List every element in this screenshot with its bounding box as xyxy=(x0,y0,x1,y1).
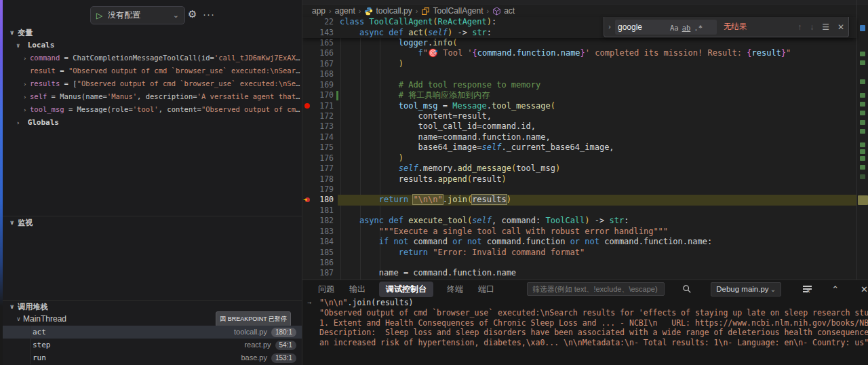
variable-row[interactable]: ›results = ["Observed output of cmd `bro… xyxy=(3,77,302,90)
code-line[interactable]: 169 # Add tool response to memory xyxy=(302,80,856,90)
gutter-glyph[interactable] xyxy=(302,237,312,247)
gutter-glyph[interactable] xyxy=(302,164,312,174)
find-input[interactable] xyxy=(618,22,667,32)
code-line[interactable]: 171 tool_msg = Message.tool_message( xyxy=(302,101,856,111)
maximize-panel-icon[interactable]: ⌃ xyxy=(831,284,839,294)
gutter-glyph[interactable] xyxy=(302,216,312,226)
breadcrumb-item-agent[interactable]: agent xyxy=(335,6,355,16)
gutter-glyph[interactable] xyxy=(302,153,312,164)
breadcrumb-item-act[interactable]: act xyxy=(492,6,515,16)
code-line[interactable]: 183 """Execute a single tool call with r… xyxy=(302,227,856,237)
toggle-replace-icon[interactable]: › xyxy=(604,23,615,31)
breadcrumb-item-app[interactable]: app xyxy=(312,6,326,16)
gutter-glyph[interactable] xyxy=(302,48,312,58)
find-toggle-[interactable]: .* xyxy=(694,24,703,32)
panel-tab[interactable]: 问题 xyxy=(317,282,336,297)
debug-console-output[interactable]: →"\n\n".join(results)"Observed output of… xyxy=(302,298,868,365)
code-line[interactable]: 168 xyxy=(302,69,856,79)
previous-match-icon[interactable]: ↑ xyxy=(797,22,802,32)
code-line[interactable]: 187 name = command.function.name xyxy=(302,268,856,278)
panel-tab[interactable]: 输出 xyxy=(348,282,367,297)
scope-locals[interactable]: ∨ Locals xyxy=(3,39,302,52)
gutter-glyph[interactable] xyxy=(302,69,312,79)
code-line[interactable]: 172 content=result, xyxy=(302,111,856,121)
line-number: 173 xyxy=(312,121,334,132)
gutter-glyph[interactable] xyxy=(302,258,312,268)
overview-ruler[interactable] xyxy=(856,0,868,280)
code-line[interactable]: 186 xyxy=(302,258,856,268)
breakpoint-icon[interactable] xyxy=(304,103,310,109)
code-line[interactable]: 181 xyxy=(302,206,856,216)
gutter-glyph[interactable] xyxy=(302,38,312,48)
callstack-thread-row[interactable]: ∨ MainThread 因 BREAKPOINT 已暂停 xyxy=(3,313,302,326)
gutter-glyph[interactable] xyxy=(302,121,312,132)
code-viewport[interactable]: 165 logger.info(166 f"🎯 Tool '{command.f… xyxy=(302,38,868,280)
find-toggle-Aa[interactable]: Aa xyxy=(670,24,679,32)
code-line[interactable]: 165 logger.info( xyxy=(302,38,856,48)
gutter-glyph[interactable] xyxy=(302,268,312,278)
gutter-glyph[interactable] xyxy=(302,28,312,38)
code-line[interactable]: 182 async def execute_tool(self, command… xyxy=(302,216,856,226)
code-line[interactable]: 179 xyxy=(302,185,856,195)
variable-row[interactable]: result = "Observed output of cmd `browse… xyxy=(3,64,302,77)
gutter-glyph[interactable] xyxy=(302,17,312,27)
code-line[interactable]: 185 return "Error: Invalid command forma… xyxy=(302,248,856,258)
debug-config-dropdown[interactable]: ▷ 没有配置 ⌄ xyxy=(90,6,185,24)
panel-tab[interactable]: 终端 xyxy=(446,282,465,297)
code-line[interactable]: 170 # 将工具响应添加到内存 xyxy=(302,90,856,100)
code-line[interactable]: 167 ) xyxy=(302,59,856,69)
gutter-glyph[interactable] xyxy=(302,80,312,90)
code-line[interactable]: 178 results.append(result) xyxy=(302,174,856,185)
code-token: name xyxy=(561,48,580,58)
next-match-icon[interactable]: ↓ xyxy=(810,22,814,32)
code-line[interactable]: 180 return "\n\n".join(results) xyxy=(302,195,856,205)
gear-icon[interactable]: ⚙ xyxy=(188,8,197,20)
gutter-glyph[interactable] xyxy=(302,206,312,216)
breadcrumb-item-toolcallagent[interactable]: ToolCallAgent xyxy=(421,6,483,16)
console-filter-input[interactable] xyxy=(527,282,665,296)
gutter-glyph[interactable] xyxy=(302,185,312,195)
variable-row[interactable]: ›tool_msg = Message(role='tool', content… xyxy=(3,103,302,116)
code-line[interactable]: 184 if not command or not command.functi… xyxy=(302,237,856,247)
stack-frame-row[interactable]: stepreact.py54:1 xyxy=(3,339,302,351)
panel-tab[interactable]: 端口 xyxy=(477,282,496,297)
variable-row[interactable]: ›command = ChatCompletionMessageToolCall… xyxy=(3,52,302,64)
code-token: f xyxy=(418,48,423,58)
panel-tab[interactable]: 调试控制台 xyxy=(379,282,433,297)
find-in-selection-icon[interactable]: ☰ xyxy=(822,22,829,32)
gutter-glyph[interactable] xyxy=(302,59,312,69)
gutter-glyph[interactable] xyxy=(302,195,312,205)
code-line[interactable]: 173 tool_call_id=command.id, xyxy=(302,121,856,132)
close-find-icon[interactable]: ✕ xyxy=(837,22,844,32)
variable-row[interactable]: ›self = Manus(name='Manus', description=… xyxy=(3,90,302,103)
gutter-glyph[interactable] xyxy=(302,132,312,142)
clear-console-icon[interactable]: ✕ xyxy=(803,284,810,294)
code-token: Message(role= xyxy=(77,105,133,113)
stack-frame-row[interactable]: runbase.py153:1 xyxy=(3,351,302,364)
find-toggle-ab[interactable]: ab xyxy=(682,24,691,32)
debug-session-dropdown[interactable]: Debug main.py ⌄ xyxy=(711,282,781,296)
gutter-glyph[interactable] xyxy=(302,174,312,185)
code-line[interactable]: 166 f"🎯 Tool '{command.function.name}' c… xyxy=(302,48,856,58)
debug-start-icon[interactable]: ▷ xyxy=(96,11,102,20)
breadcrumb-item-toolcall-py[interactable]: toolcall.py xyxy=(364,6,412,16)
code-line[interactable]: 174 name=command.function.name, xyxy=(302,132,856,142)
close-panel-icon[interactable]: ✕ xyxy=(861,284,868,294)
gutter-glyph[interactable] xyxy=(302,101,312,111)
gutter-glyph[interactable] xyxy=(302,90,312,100)
debug-config-label: 没有配置 xyxy=(108,9,173,21)
code-text: tool_call_id=command.id, xyxy=(340,121,536,132)
gutter-glyph[interactable] xyxy=(302,142,312,153)
gutter-glyph[interactable] xyxy=(302,248,312,258)
variables-section-header[interactable]: ∨ 变量 xyxy=(3,26,302,39)
stack-frame-row[interactable]: acttoolcall.py180:1 xyxy=(3,326,302,339)
gutter-glyph[interactable] xyxy=(302,111,312,121)
scope-globals[interactable]: › Globals xyxy=(3,116,302,129)
code-line[interactable]: 175 base64_image=self._current_base64_im… xyxy=(302,142,856,153)
watch-section-header[interactable]: ∨ 监视 xyxy=(3,216,302,229)
gutter-glyph[interactable] xyxy=(302,227,312,237)
code-token: # Add tool response to memory xyxy=(399,80,541,90)
more-actions-icon[interactable]: ··· xyxy=(203,8,215,20)
code-line[interactable]: 176 ) xyxy=(302,153,856,164)
code-line[interactable]: 177 self.memory.add_message(tool_msg) xyxy=(302,164,856,174)
